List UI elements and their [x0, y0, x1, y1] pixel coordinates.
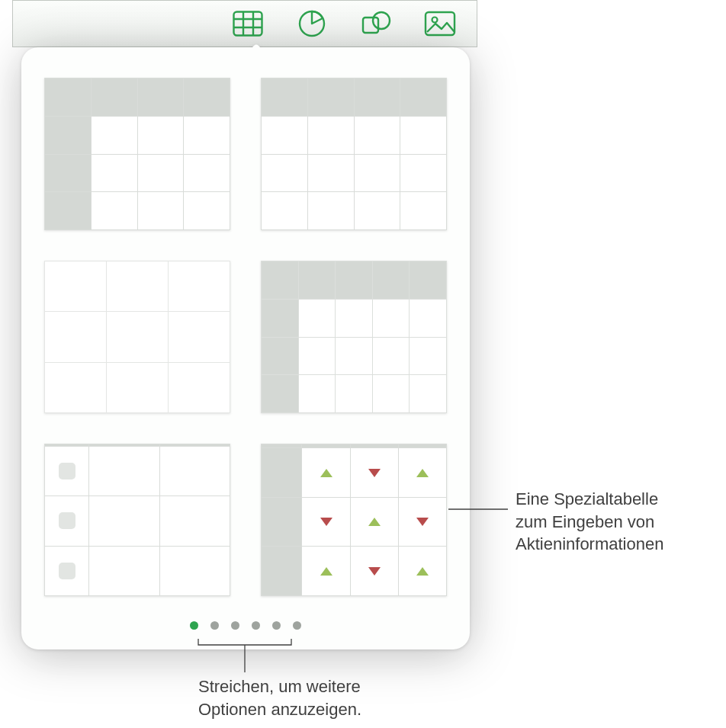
page-dot-5[interactable] — [272, 621, 281, 630]
table-style-stocks[interactable] — [261, 444, 447, 596]
svg-rect-0 — [234, 12, 262, 36]
table-style-header-row-col-grid[interactable] — [261, 261, 447, 413]
svg-point-9 — [432, 18, 438, 23]
callout-swipe-hint: Streichen, um weitere Optionen anzuzeige… — [198, 675, 361, 720]
page-indicator[interactable] — [21, 621, 470, 630]
shapes-icon — [361, 10, 391, 37]
page-dot-1[interactable] — [190, 621, 198, 630]
table-icon — [233, 11, 263, 37]
checkbox-icon — [59, 512, 75, 529]
arrow-up-icon — [416, 469, 429, 477]
svg-point-7 — [373, 12, 390, 29]
arrow-down-icon — [368, 469, 381, 477]
callout-stocks-table: Eine Spezialtabelle zum Eingeben von Akt… — [516, 488, 663, 556]
page-dot-4[interactable] — [252, 621, 260, 630]
table-style-header-row[interactable] — [261, 78, 447, 230]
table-styles-popover — [21, 47, 470, 649]
table-style-checklist[interactable] — [44, 444, 230, 596]
arrow-up-icon — [320, 469, 332, 477]
svg-rect-8 — [426, 12, 455, 35]
arrow-up-icon — [368, 518, 381, 526]
table-style-plain[interactable] — [44, 261, 230, 413]
checkbox-icon — [59, 463, 75, 479]
insert-media-button[interactable] — [408, 0, 472, 47]
svg-rect-6 — [363, 18, 378, 33]
arrow-up-icon — [320, 567, 332, 576]
piechart-icon — [297, 9, 326, 38]
insert-chart-button[interactable] — [280, 0, 344, 47]
arrow-down-icon — [416, 518, 429, 526]
arrow-down-icon — [368, 567, 381, 576]
table-style-header-row-col[interactable] — [44, 78, 230, 230]
insert-shape-button[interactable] — [344, 0, 408, 47]
arrow-down-icon — [320, 518, 332, 526]
arrow-up-icon — [416, 567, 429, 576]
page-dot-2[interactable] — [210, 621, 219, 630]
media-icon — [424, 11, 456, 37]
checkbox-icon — [59, 563, 75, 579]
page-dot-3[interactable] — [231, 621, 239, 630]
page-dot-6[interactable] — [293, 621, 301, 630]
